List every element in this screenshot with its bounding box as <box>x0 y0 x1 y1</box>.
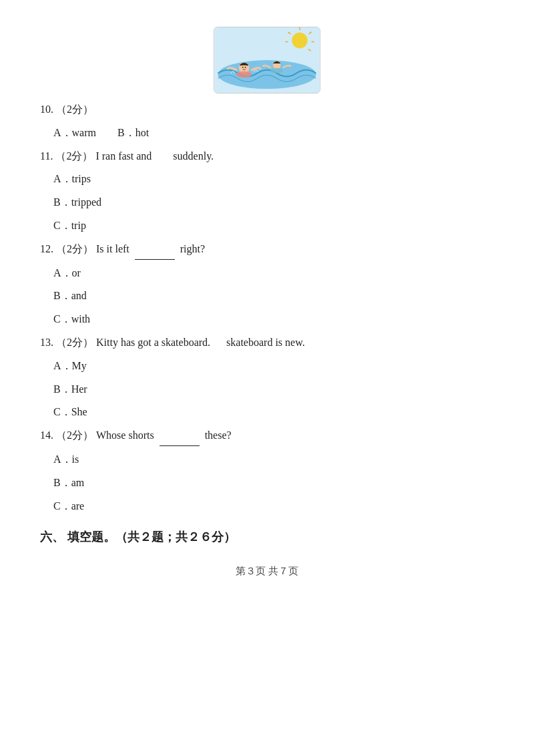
q11-a-text: trips <box>72 173 91 184</box>
q11-b-text: tripped <box>71 196 101 208</box>
q12-c-text: with <box>71 313 90 325</box>
q14-points: （2分） <box>56 429 93 441</box>
q11-points: （2分） <box>55 150 93 162</box>
question-10: 10. （2分） <box>40 100 494 120</box>
q12-option-a: A．or <box>53 264 494 283</box>
svg-point-2 <box>292 33 308 49</box>
section-title: 六、 填空题。（共２题；共２６分） <box>40 529 494 545</box>
svg-point-1 <box>218 60 316 89</box>
q10-number: 10. <box>40 104 53 115</box>
q13-option-b: B．Her <box>53 380 494 399</box>
q13-stem: Kitty has got a skateboard. skateboard i… <box>96 337 305 348</box>
q14-b-text: am <box>71 477 85 488</box>
q12-a-text: or <box>72 267 81 278</box>
q10-a-text: warm <box>72 127 96 138</box>
q10-b-letter: B． <box>117 127 136 138</box>
svg-point-12 <box>245 67 246 68</box>
question-11: 11. （2分） I ran fast and suddenly. <box>40 147 494 166</box>
q11-option-a: A．trips <box>53 170 494 189</box>
q11-stem: I ran fast and suddenly. <box>95 150 214 162</box>
q10-b-text: hot <box>136 127 149 138</box>
q11-number: 11. <box>40 150 53 162</box>
svg-point-15 <box>270 68 284 73</box>
q10-points: （2分） <box>56 104 93 115</box>
svg-point-13 <box>236 71 252 78</box>
svg-point-11 <box>242 67 244 68</box>
q12-number: 12. <box>40 243 53 254</box>
q14-option-a: A．is <box>53 450 494 469</box>
q14-c-text: are <box>71 500 85 512</box>
q14-option-c: C．are <box>53 497 494 516</box>
q10-option-a: A．warm B．hot <box>53 124 494 143</box>
q12-stem: Is it left right? <box>96 243 205 254</box>
q14-a-text: is <box>72 453 79 465</box>
q11-option-b: B．tripped <box>53 193 494 212</box>
q11-option-c: C．trip <box>53 216 494 236</box>
q13-points: （2分） <box>56 337 93 348</box>
page-footer: 第３页 共７页 <box>40 565 494 578</box>
illustration-container <box>40 27 494 93</box>
q13-option-a: A．My <box>53 357 494 376</box>
q13-option-c: C．She <box>53 403 494 422</box>
q13-number: 13. <box>40 337 53 348</box>
q12-points: （2分） <box>56 243 93 254</box>
q11-c-text: trip <box>71 220 86 231</box>
question-13: 13. （2分） Kitty has got a skateboard. ska… <box>40 333 494 353</box>
q13-b-text: Her <box>71 383 87 395</box>
q12-option-b: B．and <box>53 287 494 306</box>
q12-option-c: C．with <box>53 310 494 329</box>
q12-b-text: and <box>71 290 87 301</box>
q10-a-letter: A． <box>53 127 72 138</box>
swimming-image <box>214 27 320 93</box>
q14-number: 14. <box>40 429 53 441</box>
q14-option-b: B．am <box>53 474 494 493</box>
q13-c-text: She <box>71 406 87 417</box>
q13-a-text: My <box>72 360 87 371</box>
q14-stem: Whose shorts these? <box>96 429 232 441</box>
question-12: 12. （2分） Is it left right? <box>40 240 494 260</box>
question-14: 14. （2分） Whose shorts these? <box>40 426 494 446</box>
